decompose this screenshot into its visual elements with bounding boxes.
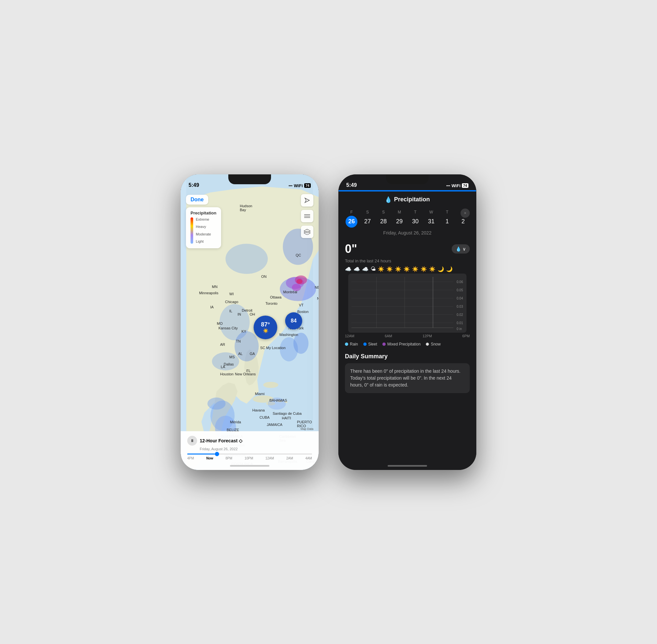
wifi-icon: WiFi	[294, 183, 302, 188]
date-label: Friday, August 26, 2022	[338, 229, 476, 239]
forecast-play-button[interactable]: ⏸	[187, 436, 197, 446]
cal-day-num-3: 29	[393, 216, 405, 228]
dark-signal-icon: ▪▪▪	[447, 184, 450, 187]
weather-icon-8: ☀️	[412, 266, 418, 272]
dark-battery-icon: 74	[462, 183, 469, 188]
cal-day-fri26[interactable]: F 26	[345, 210, 357, 228]
temp-sun-87: ☀️	[263, 328, 268, 333]
notch	[228, 175, 271, 184]
forecast-slider[interactable]	[187, 454, 312, 455]
time-4am: 4AM	[305, 457, 312, 460]
svg-text:0 in: 0 in	[457, 327, 462, 331]
time-now: Now	[206, 457, 213, 460]
weather-icon-2: ☁️	[362, 266, 368, 272]
cal-day-thu1[interactable]: T 1	[441, 210, 453, 228]
svg-text:0.03: 0.03	[457, 305, 463, 308]
sleet-dot	[363, 343, 367, 346]
legend-extreme: Extreme	[196, 217, 211, 221]
svg-point-10	[234, 331, 258, 361]
svg-point-15	[226, 244, 268, 274]
precip-title-text: Precipitation	[394, 196, 430, 203]
cal-day-mon29[interactable]: M 29	[393, 210, 405, 228]
chart-x-labels: 12AM 6AM 12PM 6PM	[338, 333, 476, 339]
calendar-row: F 26 S 27 S 28 M 29 T 30	[338, 207, 476, 229]
close-button[interactable]: ×	[460, 209, 470, 218]
weather-icons-row: ☁️ ☁️ ☁️ 🌤 ☀️ ☀️ ☀️ ☀️ ☀️ ☀️ ☀️ 🌙 🌙	[338, 266, 476, 274]
cal-day-name-1: S	[366, 210, 369, 214]
forecast-times: 4PM Now 8PM 10PM 12AM 2AM 4AM	[187, 457, 312, 460]
svg-point-5	[263, 382, 278, 388]
svg-marker-22	[305, 198, 310, 203]
cal-day-sun28[interactable]: S 28	[378, 210, 389, 228]
precip-type-button[interactable]: 💧 ∨	[452, 244, 470, 254]
cal-day-num-4: 30	[409, 216, 421, 228]
svg-text:0.05: 0.05	[457, 288, 463, 292]
forecast-bar: ⏸ 12-Hour Forecast ◇ Friday, August 26, …	[181, 431, 319, 470]
precip-amount: 0"	[345, 242, 357, 256]
dark-wifi-icon: WiFi	[451, 183, 460, 188]
time-4pm: 4PM	[187, 457, 194, 460]
time-2am: 2AM	[286, 457, 293, 460]
weather-icon-4: ☀️	[378, 266, 384, 272]
weather-icon-1: ☁️	[354, 266, 360, 272]
signal-icon: ▪▪▪	[289, 184, 293, 187]
weather-icon-6: ☀️	[395, 266, 402, 272]
precip-amount-row: 0" 💧 ∨	[338, 239, 476, 258]
right-phone: 5:49 ▪▪▪ WiFi 74 💧 Precipitation ×	[338, 175, 476, 470]
cal-day-tue30[interactable]: T 30	[409, 210, 421, 228]
snow-dot	[426, 343, 429, 346]
cal-day-num-6: 1	[441, 216, 453, 228]
location-button[interactable]	[301, 194, 313, 207]
drop-icon: 💧	[456, 246, 461, 252]
list-button[interactable]	[301, 210, 313, 222]
done-button[interactable]: Done	[186, 195, 208, 205]
legend-moderate: Moderate	[196, 232, 211, 236]
svg-point-19	[207, 397, 225, 410]
cal-day-name-3: M	[398, 210, 401, 214]
legend-gradient	[190, 217, 193, 244]
forecast-thumb	[215, 452, 219, 456]
svg-point-14	[268, 397, 286, 410]
svg-point-20	[292, 284, 301, 291]
daily-summary-title: Daily Summary	[345, 353, 470, 360]
right-phone-screen: 5:49 ▪▪▪ WiFi 74 💧 Precipitation ×	[338, 175, 476, 470]
chevron-down-icon: ∨	[462, 246, 466, 252]
legend-rain: Rain	[345, 342, 358, 346]
temp-value-84: 84	[291, 318, 297, 324]
dark-status-icons: ▪▪▪ WiFi 74	[447, 183, 469, 188]
map-data-label: Map Data	[300, 427, 313, 431]
cal-day-name-0: F	[350, 210, 353, 214]
cal-day-wed31[interactable]: W 31	[425, 210, 437, 228]
dark-home-indicator	[388, 465, 427, 467]
cal-day-name-5: W	[429, 210, 433, 214]
precip-header: 💧 Precipitation ×	[338, 191, 476, 207]
legend-heavy: Heavy	[196, 225, 211, 229]
sleet-label: Sleet	[368, 342, 377, 346]
legend-snow: Snow	[426, 342, 440, 346]
daily-summary-section: Daily Summary There has been 0" of preci…	[338, 349, 476, 397]
precipitation-legend: Precipitation Extreme Heavy Moderate Lig…	[186, 207, 221, 248]
x-label-12am: 12AM	[345, 334, 355, 338]
layers-button[interactable]	[301, 226, 313, 238]
legend-light: Light	[196, 239, 211, 243]
svg-text:0.02: 0.02	[457, 313, 463, 317]
svg-point-21	[296, 279, 302, 284]
svg-text:0.04: 0.04	[457, 297, 463, 300]
mixed-dot	[382, 343, 386, 346]
temp-bubble-87: 87° ☀️	[254, 316, 277, 339]
weather-icon-7: ☀️	[403, 266, 410, 272]
dark-status-time: 5:49	[346, 182, 357, 188]
daily-summary-box: There has been 0" of precipitation in th…	[345, 363, 470, 393]
cal-day-sat27[interactable]: S 27	[362, 210, 373, 228]
precip-sublabel: Total in the last 24 hours	[338, 258, 476, 263]
dark-scroll-area[interactable]: 💧 Precipitation × F 26 S 27 S 28	[338, 175, 476, 470]
cal-day-num-5: 31	[425, 216, 437, 228]
cal-day-num-0: 26	[345, 216, 357, 228]
home-indicator	[230, 465, 269, 467]
weather-icon-11: 🌙	[437, 266, 444, 272]
legend-labels: Extreme Heavy Moderate Light	[196, 217, 211, 244]
weather-icon-3: 🌤	[370, 266, 376, 272]
x-label-12pm: 12PM	[423, 334, 432, 338]
legend-bar: Extreme Heavy Moderate Light	[190, 217, 217, 244]
battery-icon: 74	[304, 183, 311, 188]
